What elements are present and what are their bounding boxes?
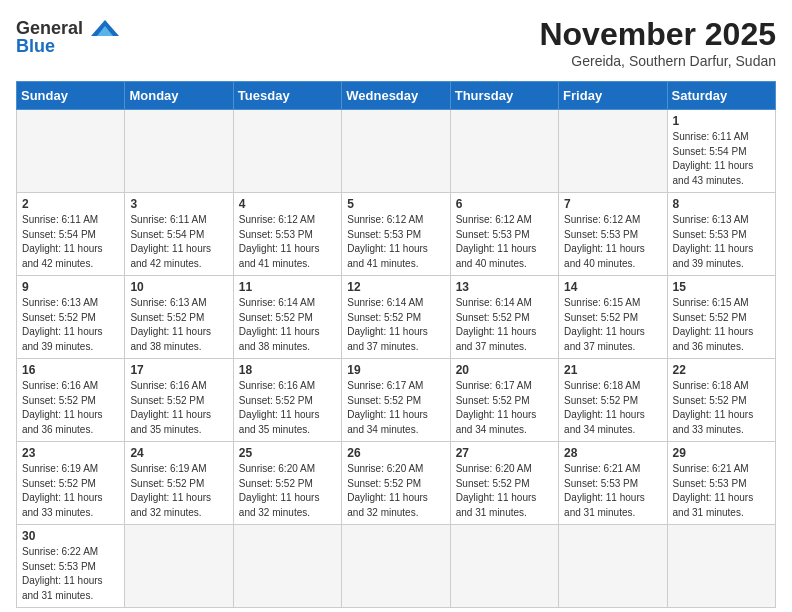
calendar-cell: 10Sunrise: 6:13 AM Sunset: 5:52 PM Dayli…: [125, 276, 233, 359]
week-row-3: 16Sunrise: 6:16 AM Sunset: 5:52 PM Dayli…: [17, 359, 776, 442]
day-number: 15: [673, 280, 770, 294]
location-subtitle: Gereida, Southern Darfur, Sudan: [539, 53, 776, 69]
week-row-0: 1Sunrise: 6:11 AM Sunset: 5:54 PM Daylig…: [17, 110, 776, 193]
calendar-cell: [667, 525, 775, 608]
day-info: Sunrise: 6:17 AM Sunset: 5:52 PM Dayligh…: [456, 379, 553, 437]
day-info: Sunrise: 6:11 AM Sunset: 5:54 PM Dayligh…: [673, 130, 770, 188]
logo-icon: [87, 16, 123, 40]
calendar-cell: 20Sunrise: 6:17 AM Sunset: 5:52 PM Dayli…: [450, 359, 558, 442]
calendar-cell: [559, 525, 667, 608]
day-number: 16: [22, 363, 119, 377]
calendar-cell: 19Sunrise: 6:17 AM Sunset: 5:52 PM Dayli…: [342, 359, 450, 442]
calendar-cell: 12Sunrise: 6:14 AM Sunset: 5:52 PM Dayli…: [342, 276, 450, 359]
day-info: Sunrise: 6:20 AM Sunset: 5:52 PM Dayligh…: [239, 462, 336, 520]
calendar-cell: 16Sunrise: 6:16 AM Sunset: 5:52 PM Dayli…: [17, 359, 125, 442]
calendar-cell: 23Sunrise: 6:19 AM Sunset: 5:52 PM Dayli…: [17, 442, 125, 525]
day-number: 18: [239, 363, 336, 377]
calendar-cell: 1Sunrise: 6:11 AM Sunset: 5:54 PM Daylig…: [667, 110, 775, 193]
weekday-header-thursday: Thursday: [450, 82, 558, 110]
calendar-table: SundayMondayTuesdayWednesdayThursdayFrid…: [16, 81, 776, 608]
day-info: Sunrise: 6:11 AM Sunset: 5:54 PM Dayligh…: [130, 213, 227, 271]
day-info: Sunrise: 6:12 AM Sunset: 5:53 PM Dayligh…: [239, 213, 336, 271]
calendar-cell: [233, 525, 341, 608]
calendar-cell: 6Sunrise: 6:12 AM Sunset: 5:53 PM Daylig…: [450, 193, 558, 276]
calendar-cell: 28Sunrise: 6:21 AM Sunset: 5:53 PM Dayli…: [559, 442, 667, 525]
calendar-cell: 3Sunrise: 6:11 AM Sunset: 5:54 PM Daylig…: [125, 193, 233, 276]
calendar-cell: [233, 110, 341, 193]
calendar-cell: 22Sunrise: 6:18 AM Sunset: 5:52 PM Dayli…: [667, 359, 775, 442]
day-info: Sunrise: 6:22 AM Sunset: 5:53 PM Dayligh…: [22, 545, 119, 603]
logo: General Blue: [16, 16, 123, 57]
weekday-header-wednesday: Wednesday: [342, 82, 450, 110]
weekday-header-sunday: Sunday: [17, 82, 125, 110]
day-number: 4: [239, 197, 336, 211]
calendar-cell: 21Sunrise: 6:18 AM Sunset: 5:52 PM Dayli…: [559, 359, 667, 442]
calendar-cell: 15Sunrise: 6:15 AM Sunset: 5:52 PM Dayli…: [667, 276, 775, 359]
day-number: 28: [564, 446, 661, 460]
day-number: 7: [564, 197, 661, 211]
day-info: Sunrise: 6:13 AM Sunset: 5:53 PM Dayligh…: [673, 213, 770, 271]
day-number: 14: [564, 280, 661, 294]
day-info: Sunrise: 6:12 AM Sunset: 5:53 PM Dayligh…: [456, 213, 553, 271]
day-number: 6: [456, 197, 553, 211]
logo-blue-text: Blue: [16, 36, 55, 57]
day-info: Sunrise: 6:13 AM Sunset: 5:52 PM Dayligh…: [22, 296, 119, 354]
calendar-cell: 4Sunrise: 6:12 AM Sunset: 5:53 PM Daylig…: [233, 193, 341, 276]
calendar-cell: [342, 525, 450, 608]
calendar-cell: 5Sunrise: 6:12 AM Sunset: 5:53 PM Daylig…: [342, 193, 450, 276]
calendar-cell: 11Sunrise: 6:14 AM Sunset: 5:52 PM Dayli…: [233, 276, 341, 359]
day-number: 23: [22, 446, 119, 460]
day-number: 22: [673, 363, 770, 377]
day-info: Sunrise: 6:14 AM Sunset: 5:52 PM Dayligh…: [456, 296, 553, 354]
calendar-cell: [125, 110, 233, 193]
day-number: 25: [239, 446, 336, 460]
day-number: 1: [673, 114, 770, 128]
day-number: 8: [673, 197, 770, 211]
title-area: November 2025 Gereida, Southern Darfur, …: [539, 16, 776, 69]
day-info: Sunrise: 6:16 AM Sunset: 5:52 PM Dayligh…: [239, 379, 336, 437]
day-info: Sunrise: 6:20 AM Sunset: 5:52 PM Dayligh…: [347, 462, 444, 520]
day-number: 21: [564, 363, 661, 377]
calendar-cell: [17, 110, 125, 193]
calendar-cell: [450, 110, 558, 193]
day-number: 26: [347, 446, 444, 460]
calendar-cell: 26Sunrise: 6:20 AM Sunset: 5:52 PM Dayli…: [342, 442, 450, 525]
day-info: Sunrise: 6:13 AM Sunset: 5:52 PM Dayligh…: [130, 296, 227, 354]
week-row-2: 9Sunrise: 6:13 AM Sunset: 5:52 PM Daylig…: [17, 276, 776, 359]
month-title: November 2025: [539, 16, 776, 53]
day-number: 5: [347, 197, 444, 211]
calendar-cell: 13Sunrise: 6:14 AM Sunset: 5:52 PM Dayli…: [450, 276, 558, 359]
day-number: 3: [130, 197, 227, 211]
week-row-5: 30Sunrise: 6:22 AM Sunset: 5:53 PM Dayli…: [17, 525, 776, 608]
calendar-cell: [125, 525, 233, 608]
calendar-cell: 9Sunrise: 6:13 AM Sunset: 5:52 PM Daylig…: [17, 276, 125, 359]
day-info: Sunrise: 6:12 AM Sunset: 5:53 PM Dayligh…: [564, 213, 661, 271]
calendar-cell: [559, 110, 667, 193]
day-number: 10: [130, 280, 227, 294]
weekday-header-saturday: Saturday: [667, 82, 775, 110]
day-number: 27: [456, 446, 553, 460]
day-info: Sunrise: 6:18 AM Sunset: 5:52 PM Dayligh…: [564, 379, 661, 437]
day-number: 24: [130, 446, 227, 460]
weekday-header-tuesday: Tuesday: [233, 82, 341, 110]
day-info: Sunrise: 6:18 AM Sunset: 5:52 PM Dayligh…: [673, 379, 770, 437]
week-row-1: 2Sunrise: 6:11 AM Sunset: 5:54 PM Daylig…: [17, 193, 776, 276]
calendar-cell: 2Sunrise: 6:11 AM Sunset: 5:54 PM Daylig…: [17, 193, 125, 276]
weekday-header-friday: Friday: [559, 82, 667, 110]
week-row-4: 23Sunrise: 6:19 AM Sunset: 5:52 PM Dayli…: [17, 442, 776, 525]
day-number: 19: [347, 363, 444, 377]
day-number: 11: [239, 280, 336, 294]
day-number: 29: [673, 446, 770, 460]
day-number: 30: [22, 529, 119, 543]
calendar-cell: 30Sunrise: 6:22 AM Sunset: 5:53 PM Dayli…: [17, 525, 125, 608]
day-info: Sunrise: 6:19 AM Sunset: 5:52 PM Dayligh…: [130, 462, 227, 520]
weekday-header-monday: Monday: [125, 82, 233, 110]
day-number: 13: [456, 280, 553, 294]
day-info: Sunrise: 6:14 AM Sunset: 5:52 PM Dayligh…: [239, 296, 336, 354]
day-info: Sunrise: 6:20 AM Sunset: 5:52 PM Dayligh…: [456, 462, 553, 520]
day-number: 2: [22, 197, 119, 211]
day-number: 17: [130, 363, 227, 377]
calendar-cell: [450, 525, 558, 608]
day-info: Sunrise: 6:11 AM Sunset: 5:54 PM Dayligh…: [22, 213, 119, 271]
day-info: Sunrise: 6:12 AM Sunset: 5:53 PM Dayligh…: [347, 213, 444, 271]
